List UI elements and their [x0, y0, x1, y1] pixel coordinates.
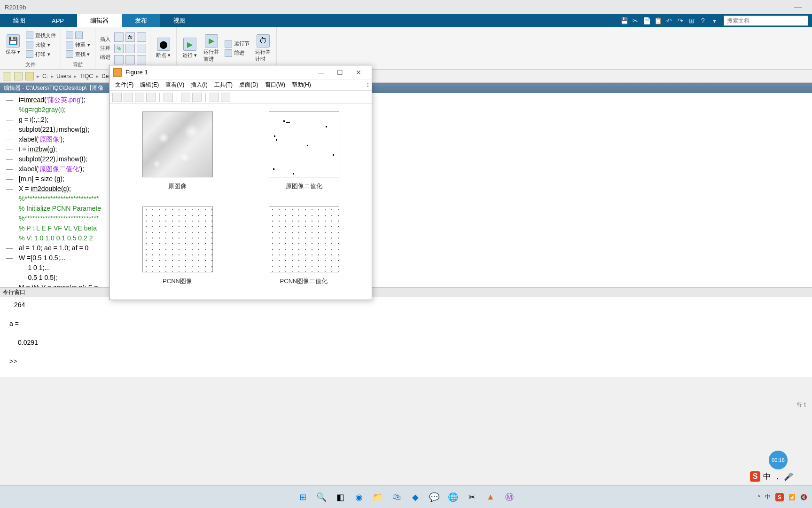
tray-ime-icon[interactable]: 中	[765, 493, 771, 501]
print-fig-icon[interactable]	[146, 93, 156, 102]
subplot-3: PCNN图像	[124, 206, 231, 292]
comment-icon[interactable]: %	[114, 44, 124, 53]
open-fig-icon[interactable]	[124, 93, 133, 102]
dock-icon[interactable]	[181, 93, 190, 102]
link-icon[interactable]	[164, 93, 173, 102]
save-fig-icon[interactable]	[135, 93, 144, 102]
colorbar-icon[interactable]	[192, 93, 202, 102]
run-time-button[interactable]: ⏱ 运行并 计时	[253, 33, 273, 64]
edge-icon[interactable]: ◉	[352, 490, 366, 504]
wechat-icon[interactable]: 💬	[427, 490, 441, 504]
new-fig-icon[interactable]	[112, 93, 122, 102]
ime-indicator[interactable]: S 中 ， 🎤	[750, 471, 793, 482]
tab-view[interactable]: 视图	[160, 14, 199, 27]
folder-icon[interactable]	[25, 72, 34, 80]
subplot-4: PCNN图像二值化	[250, 206, 358, 292]
subplot-1-image	[142, 111, 213, 177]
run-advance-button[interactable]: ▶ 运行并 前进	[202, 33, 221, 64]
snip-icon[interactable]: ✂	[465, 490, 479, 504]
explorer-icon[interactable]: 📁	[371, 490, 385, 504]
pointer-icon[interactable]	[210, 93, 219, 102]
fig-minimize[interactable]: —	[312, 69, 330, 76]
help-icon[interactable]: ?	[698, 16, 708, 25]
fig-maximize[interactable]: ☐	[330, 69, 349, 76]
command-window[interactable]: 264 a = 0.0291 >>	[0, 297, 812, 377]
paste-icon[interactable]: 📋	[653, 16, 663, 25]
tray-sogou-icon[interactable]: S	[775, 493, 784, 501]
app-icon-2[interactable]: Ⓜ	[502, 490, 516, 504]
taskview-button[interactable]: ◧	[333, 490, 347, 504]
find-files-button[interactable]: 查找文件	[25, 31, 57, 40]
tab-publish[interactable]: 发布	[122, 14, 160, 27]
copy-icon[interactable]: 📄	[642, 16, 651, 25]
ribbon: 💾 保存 ▾ 查找文件 比较 ▾ 打印 ▾ 文件 转至 ▾ 查找 ▾ 导航 插入…	[0, 27, 812, 70]
matlab-icon[interactable]: ▲	[484, 490, 498, 504]
browser-icon[interactable]: 🌐	[446, 490, 460, 504]
goto-button[interactable]: 转至 ▾	[65, 40, 91, 49]
goto-icon	[66, 41, 73, 48]
figure-window[interactable]: Figure 1 — ☐ ✕ 文件(F) 编辑(E) 查看(V) 插入(I) 工…	[109, 65, 372, 300]
save-button[interactable]: 💾 保存 ▾	[4, 33, 22, 56]
menu-view[interactable]: 查看(V)	[163, 81, 187, 89]
print-button[interactable]: 打印 ▾	[25, 50, 57, 58]
breakpoints-button[interactable]: ⬤ 断点 ▾	[154, 37, 172, 60]
crumb-c[interactable]: C:	[42, 73, 48, 79]
menu-more-icon[interactable]: ⁝	[367, 82, 369, 88]
minimize-button[interactable]: —	[789, 3, 807, 11]
save-icon[interactable]: 💾	[619, 16, 629, 25]
fwd-icon[interactable]	[14, 72, 23, 80]
system-tray[interactable]: ^ 中 S 📶 🔇	[757, 493, 807, 501]
dropdown-icon[interactable]: ▾	[710, 16, 719, 25]
ime-sogou-icon: S	[750, 471, 760, 482]
inspect-icon[interactable]	[221, 93, 230, 102]
search-button[interactable]: 🔍	[314, 490, 328, 504]
tab-plot[interactable]: 绘图	[0, 14, 39, 27]
figure-titlebar[interactable]: Figure 1 — ☐ ✕	[109, 65, 372, 79]
menu-desktop[interactable]: 桌面(D)	[236, 81, 261, 89]
breakpoint-icon: ⬤	[157, 38, 170, 51]
disk-icon: 💾	[7, 34, 20, 48]
tray-wifi-icon[interactable]: 📶	[789, 494, 796, 500]
back-icon[interactable]	[3, 72, 11, 80]
insert-fx-icon[interactable]: fx	[125, 32, 135, 42]
compare-icon	[26, 41, 33, 48]
run-section-button[interactable]: 运行节	[224, 40, 250, 48]
menu-window[interactable]: 窗口(W)	[262, 81, 288, 89]
run-button[interactable]: ▶ 运行 ▾	[180, 37, 199, 60]
compare-button[interactable]: 比较 ▾	[25, 40, 57, 49]
subplot-2: 原图像二值化	[250, 111, 358, 197]
tab-app[interactable]: APP	[39, 14, 77, 27]
fig-close[interactable]: ✕	[349, 69, 368, 76]
menu-insert[interactable]: 插入(I)	[188, 81, 210, 89]
cut-icon[interactable]: ✂	[631, 16, 640, 25]
nav-back[interactable]	[65, 31, 91, 40]
group-label-nav: 导航	[65, 60, 91, 68]
undo-icon[interactable]: ↶	[664, 16, 674, 25]
advance-button[interactable]: 前进	[224, 49, 250, 57]
figure-title: Figure 1	[125, 69, 312, 76]
search-input[interactable]: 搜索文档	[724, 16, 808, 26]
crumb-users[interactable]: Users	[56, 73, 71, 79]
subplot-3-image	[142, 206, 213, 272]
find-button[interactable]: 查找 ▾	[65, 50, 91, 58]
insert-section-icon[interactable]	[114, 32, 124, 42]
app-icon-1[interactable]: ◆	[408, 490, 422, 504]
smart-indent-icon[interactable]	[137, 55, 146, 64]
menu-help[interactable]: 帮助(H)	[289, 81, 314, 89]
insert-var-icon[interactable]	[137, 32, 146, 42]
indent-icon[interactable]	[114, 55, 124, 64]
store-icon[interactable]: 🛍	[390, 490, 404, 504]
tab-editor[interactable]: 编辑器	[77, 14, 122, 27]
window-icon[interactable]: ⊞	[687, 16, 696, 25]
outdent-icon[interactable]	[125, 55, 135, 64]
menu-edit[interactable]: 编辑(E)	[137, 81, 162, 89]
redo-icon[interactable]: ↷	[676, 16, 685, 25]
menu-file[interactable]: 文件(F)	[112, 81, 136, 89]
menu-tools[interactable]: 工具(T)	[211, 81, 235, 89]
crumb-tiqc[interactable]: TIQC	[79, 73, 93, 79]
start-button[interactable]: ⊞	[296, 490, 310, 504]
tray-up-icon[interactable]: ^	[757, 494, 760, 500]
uncomment-icon[interactable]	[125, 44, 135, 53]
tray-volume-icon[interactable]: 🔇	[800, 494, 807, 500]
wrap-comment-icon[interactable]	[137, 44, 146, 53]
